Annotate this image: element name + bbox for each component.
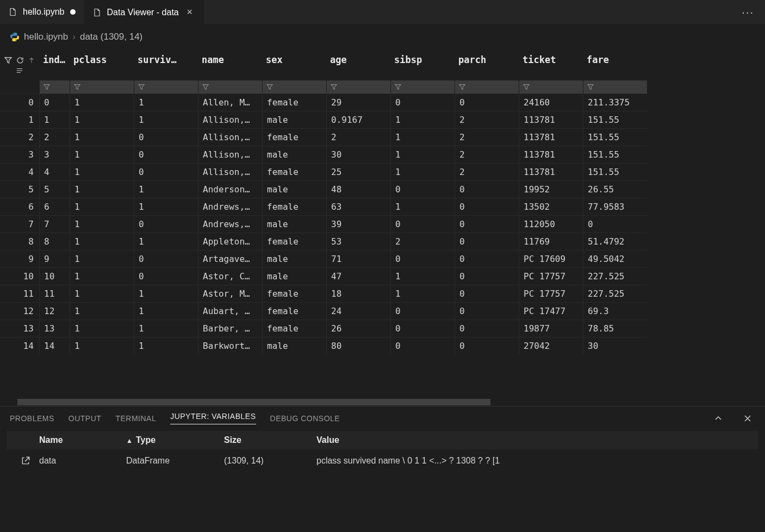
table-cell[interactable]: 5 xyxy=(39,180,70,198)
table-cell[interactable]: 1 xyxy=(390,146,455,163)
refresh-icon[interactable] xyxy=(16,56,24,65)
table-cell[interactable]: Artagave… xyxy=(198,250,262,267)
table-cell[interactable]: Andrews,… xyxy=(198,198,262,215)
table-cell[interactable]: 1 xyxy=(390,267,455,285)
table-cell[interactable]: 227.525 xyxy=(583,267,647,285)
table-cell[interactable]: Allen, M… xyxy=(198,93,262,111)
column-filter[interactable] xyxy=(70,80,134,93)
filter-icon[interactable] xyxy=(4,56,13,65)
table-cell[interactable]: 151.55 xyxy=(583,146,647,163)
table-cell[interactable]: 227.525 xyxy=(583,285,647,302)
table-cell[interactable]: 1 xyxy=(134,198,198,215)
table-cell[interactable]: 0 xyxy=(134,250,198,267)
table-cell[interactable]: female xyxy=(262,320,326,337)
table-cell[interactable]: 113781 xyxy=(519,146,583,163)
table-cell[interactable]: 0 xyxy=(134,146,198,163)
table-cell[interactable]: female xyxy=(262,302,326,320)
table-cell[interactable]: 1 xyxy=(134,320,198,337)
table-cell[interactable]: 63 xyxy=(326,198,390,215)
breadcrumb-item[interactable]: data (1309, 14) xyxy=(80,32,142,42)
table-cell[interactable]: 12 xyxy=(39,302,70,320)
table-cell[interactable]: 0 xyxy=(390,93,455,111)
table-cell[interactable]: 1 xyxy=(70,128,134,146)
table-cell[interactable]: 113781 xyxy=(519,128,583,146)
column-filter[interactable] xyxy=(39,80,70,93)
table-cell[interactable]: 18 xyxy=(326,285,390,302)
table-cell[interactable]: 2 xyxy=(455,128,519,146)
table-cell[interactable]: 1 xyxy=(70,215,134,233)
column-filter[interactable] xyxy=(134,80,198,93)
table-cell[interactable]: 30 xyxy=(326,146,390,163)
table-cell[interactable]: 1 xyxy=(134,111,198,128)
table-cell[interactable]: 0 xyxy=(390,250,455,267)
table-cell[interactable]: 1 xyxy=(70,337,134,354)
table-cell[interactable]: 77.9583 xyxy=(583,198,647,215)
table-cell[interactable]: 1 xyxy=(70,320,134,337)
column-filter[interactable] xyxy=(262,80,326,93)
column-header[interactable]: sex xyxy=(262,50,326,65)
table-cell[interactable]: 30 xyxy=(583,337,647,354)
table-cell[interactable]: 0 xyxy=(134,215,198,233)
table-cell[interactable]: 1 xyxy=(70,93,134,111)
breadcrumb-file[interactable]: hello.ipynb xyxy=(24,32,68,42)
table-cell[interactable]: 24160 xyxy=(519,93,583,111)
table-cell[interactable]: 11769 xyxy=(519,233,583,250)
table-cell[interactable]: 2 xyxy=(455,146,519,163)
table-cell[interactable]: 1 xyxy=(70,180,134,198)
table-cell[interactable]: 0 xyxy=(390,302,455,320)
table-cell[interactable]: 1 xyxy=(134,93,198,111)
table-cell[interactable]: 0 xyxy=(390,320,455,337)
table-cell[interactable]: 6 xyxy=(39,198,70,215)
table-cell[interactable]: Anderson… xyxy=(198,180,262,198)
table-cell[interactable]: 0 xyxy=(455,285,519,302)
table-cell[interactable]: Allison,… xyxy=(198,146,262,163)
table-cell[interactable]: 113781 xyxy=(519,163,583,180)
table-cell[interactable]: 69.3 xyxy=(583,302,647,320)
table-cell[interactable]: male xyxy=(262,146,326,163)
popout-icon[interactable] xyxy=(12,456,39,466)
column-header[interactable]: fare xyxy=(583,50,647,65)
table-cell[interactable]: 19877 xyxy=(519,320,583,337)
table-cell[interactable]: 2 xyxy=(390,233,455,250)
table-cell[interactable]: 1 xyxy=(70,302,134,320)
table-cell[interactable]: 0 xyxy=(455,198,519,215)
table-cell[interactable]: 1 xyxy=(390,198,455,215)
table-cell[interactable]: 0 xyxy=(455,215,519,233)
table-cell[interactable]: 112050 xyxy=(519,215,583,233)
table-cell[interactable]: male xyxy=(262,180,326,198)
variable-row[interactable]: data DataFrame (1309, 14) pclass survive… xyxy=(7,452,758,470)
table-cell[interactable]: 1 xyxy=(134,302,198,320)
column-header[interactable]: sibsp xyxy=(390,50,455,65)
table-cell[interactable]: 2 xyxy=(455,111,519,128)
table-cell[interactable]: 1 xyxy=(39,111,70,128)
table-cell[interactable]: 29 xyxy=(326,93,390,111)
table-cell[interactable]: 10 xyxy=(39,267,70,285)
table-cell[interactable]: 0 xyxy=(583,215,647,233)
close-icon[interactable]: × xyxy=(184,7,195,18)
table-cell[interactable]: PC 17757 xyxy=(519,267,583,285)
table-cell[interactable]: 24 xyxy=(326,302,390,320)
table-cell[interactable]: female xyxy=(262,128,326,146)
table-cell[interactable]: 0 xyxy=(390,215,455,233)
table-cell[interactable]: male xyxy=(262,215,326,233)
table-cell[interactable]: 27042 xyxy=(519,337,583,354)
list-icon[interactable] xyxy=(15,67,24,74)
table-cell[interactable]: 0.9167 xyxy=(326,111,390,128)
table-cell[interactable]: 4 xyxy=(39,163,70,180)
table-cell[interactable]: female xyxy=(262,93,326,111)
table-cell[interactable]: 2 xyxy=(455,163,519,180)
table-cell[interactable]: 0 xyxy=(455,267,519,285)
table-cell[interactable]: 7 xyxy=(39,215,70,233)
table-cell[interactable]: 0 xyxy=(390,337,455,354)
table-cell[interactable]: female xyxy=(262,163,326,180)
table-cell[interactable]: Astor, M… xyxy=(198,285,262,302)
table-cell[interactable]: 151.55 xyxy=(583,128,647,146)
table-cell[interactable]: 0 xyxy=(134,267,198,285)
table-cell[interactable]: 1 xyxy=(70,233,134,250)
table-cell[interactable]: Astor, C… xyxy=(198,267,262,285)
table-cell[interactable]: 0 xyxy=(455,320,519,337)
table-cell[interactable]: 26.55 xyxy=(583,180,647,198)
table-cell[interactable]: 2 xyxy=(39,128,70,146)
table-cell[interactable]: 1 xyxy=(70,250,134,267)
table-cell[interactable]: 2 xyxy=(326,128,390,146)
